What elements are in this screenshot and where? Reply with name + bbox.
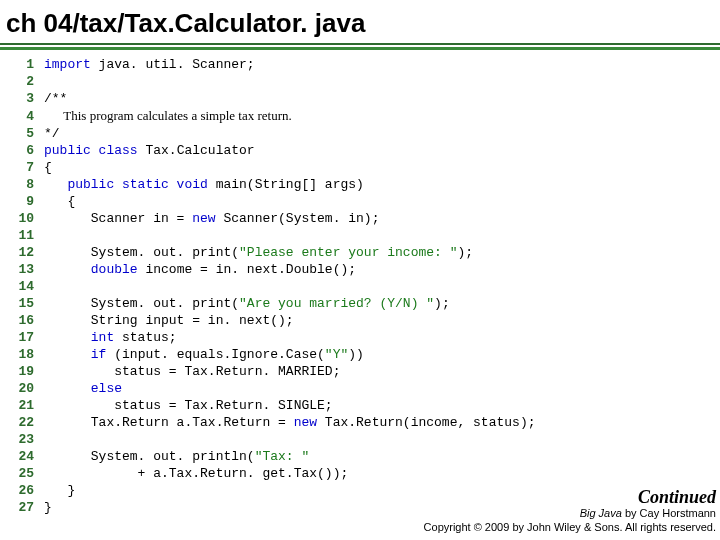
- line-number: 21: [6, 397, 34, 414]
- string-literal: "Y": [325, 347, 348, 362]
- code-text: + a.Tax.Return. get.Tax());: [44, 466, 348, 481]
- line-number: 16: [6, 312, 34, 329]
- code-text: main(String[] args): [208, 177, 364, 192]
- line-number: 24: [6, 448, 34, 465]
- book-title: Big Java: [580, 507, 622, 519]
- code-text: */: [44, 126, 60, 141]
- code-text: [44, 262, 91, 277]
- code-text: }: [44, 500, 52, 515]
- book-author: by Cay Horstmann: [622, 507, 716, 519]
- keyword: else: [91, 381, 122, 396]
- code-line: 20 else: [6, 380, 720, 397]
- code-text: income = in. next.Double();: [138, 262, 356, 277]
- footer: Continued Big Java by Cay Horstmann Copy…: [424, 490, 716, 534]
- line-number: 17: [6, 329, 34, 346]
- code-line: 16 String input = in. next();: [6, 312, 720, 329]
- code-line: 6public class Tax.Calculator: [6, 142, 720, 159]
- code-text: status;: [114, 330, 176, 345]
- code-text: {: [44, 160, 52, 175]
- line-number: 11: [6, 227, 34, 244]
- code-text: {: [44, 194, 75, 209]
- code-text: );: [434, 296, 450, 311]
- code-block: 1import java. util. Scanner;23/**4 This …: [0, 50, 720, 516]
- code-line: 19 status = Tax.Return. MARRIED;: [6, 363, 720, 380]
- code-line: 21 status = Tax.Return. SINGLE;: [6, 397, 720, 414]
- code-text: [44, 347, 91, 362]
- keyword: int: [91, 330, 114, 345]
- line-number: 14: [6, 278, 34, 295]
- continued-label: Continued: [424, 490, 716, 504]
- code-text: [44, 381, 91, 396]
- line-number: 2: [6, 73, 34, 90]
- code-line: 12 System. out. print("Please enter your…: [6, 244, 720, 261]
- footer-line2: Copyright © 2009 by John Wiley & Sons. A…: [424, 520, 716, 534]
- comment-text: This program calculates a simple tax ret…: [44, 108, 292, 123]
- code-line: 4 This program calculates a simple tax r…: [6, 107, 720, 125]
- code-line: 8 public static void main(String[] args): [6, 176, 720, 193]
- keyword: public static void: [67, 177, 207, 192]
- code-line: 23: [6, 431, 720, 448]
- line-number: 13: [6, 261, 34, 278]
- code-text: System. out. println(: [44, 449, 255, 464]
- keyword: new: [192, 211, 215, 226]
- line-number: 4: [6, 108, 34, 125]
- code-text: status = Tax.Return. MARRIED;: [44, 364, 340, 379]
- code-line: 14: [6, 278, 720, 295]
- code-line: 25 + a.Tax.Return. get.Tax());: [6, 465, 720, 482]
- keyword: new: [294, 415, 317, 430]
- line-number: 12: [6, 244, 34, 261]
- divider-top: [0, 43, 720, 45]
- string-literal: "Tax: ": [255, 449, 310, 464]
- code-text: System. out. print(: [44, 296, 239, 311]
- code-text: Scanner(System. in);: [216, 211, 380, 226]
- code-text: Tax.Return(income, status);: [317, 415, 535, 430]
- code-text: Tax.Return a.Tax.Return =: [44, 415, 294, 430]
- line-number: 9: [6, 193, 34, 210]
- keyword: import: [44, 57, 91, 72]
- code-text: java. util. Scanner;: [91, 57, 255, 72]
- code-text: )): [348, 347, 364, 362]
- code-text: [44, 177, 67, 192]
- footer-line1: Big Java by Cay Horstmann: [424, 506, 716, 520]
- page-title: ch 04/tax/Tax.Calculator. java: [0, 0, 720, 43]
- line-number: 18: [6, 346, 34, 363]
- line-number: 3: [6, 90, 34, 107]
- code-text: String input = in. next();: [44, 313, 294, 328]
- line-number: 1: [6, 56, 34, 73]
- code-line: 24 System. out. println("Tax: ": [6, 448, 720, 465]
- code-text: /**: [44, 91, 67, 106]
- line-number: 15: [6, 295, 34, 312]
- code-line: 10 Scanner in = new Scanner(System. in);: [6, 210, 720, 227]
- code-line: 15 System. out. print("Are you married? …: [6, 295, 720, 312]
- code-text: Scanner in =: [44, 211, 192, 226]
- code-line: 5*/: [6, 125, 720, 142]
- keyword: if: [91, 347, 107, 362]
- code-line: 17 int status;: [6, 329, 720, 346]
- code-text: status = Tax.Return. SINGLE;: [44, 398, 333, 413]
- code-text: }: [44, 483, 75, 498]
- line-number: 26: [6, 482, 34, 499]
- line-number: 5: [6, 125, 34, 142]
- line-number: 7: [6, 159, 34, 176]
- code-text: (input. equals.Ignore.Case(: [106, 347, 324, 362]
- code-line: 11: [6, 227, 720, 244]
- code-line: 9 {: [6, 193, 720, 210]
- line-number: 27: [6, 499, 34, 516]
- keyword: public class: [44, 143, 138, 158]
- code-text: Tax.Calculator: [138, 143, 255, 158]
- line-number: 25: [6, 465, 34, 482]
- line-number: 19: [6, 363, 34, 380]
- code-text: [44, 330, 91, 345]
- code-line: 2: [6, 73, 720, 90]
- line-number: 20: [6, 380, 34, 397]
- code-line: 22 Tax.Return a.Tax.Return = new Tax.Ret…: [6, 414, 720, 431]
- code-line: 18 if (input. equals.Ignore.Case("Y")): [6, 346, 720, 363]
- line-number: 6: [6, 142, 34, 159]
- line-number: 10: [6, 210, 34, 227]
- code-line: 13 double income = in. next.Double();: [6, 261, 720, 278]
- line-number: 8: [6, 176, 34, 193]
- string-literal: "Are you married? (Y/N) ": [239, 296, 434, 311]
- code-text: );: [457, 245, 473, 260]
- code-line: 1import java. util. Scanner;: [6, 56, 720, 73]
- code-line: 7{: [6, 159, 720, 176]
